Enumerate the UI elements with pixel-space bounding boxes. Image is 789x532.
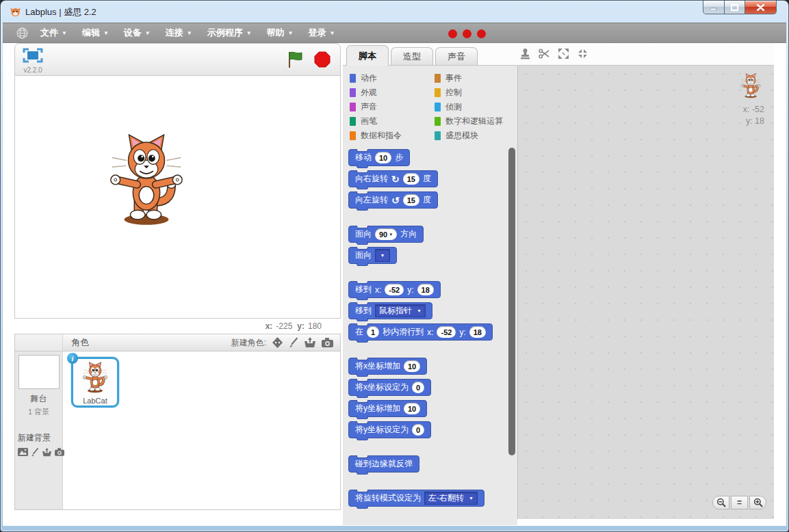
labcat-thumb-image (81, 361, 109, 393)
category-数据和指令[interactable]: 数据和指令 (350, 129, 402, 143)
palette-block[interactable]: 移动10步 (348, 149, 410, 166)
category-事件[interactable]: 事件 (435, 71, 503, 85)
dropdown-caret-icon: ▼ (330, 30, 335, 36)
maximize-button[interactable] (725, 1, 745, 14)
block-number-dropdown[interactable]: 90▼ (375, 228, 397, 240)
zoom-reset-button[interactable]: = (731, 496, 748, 509)
tab-脚本[interactable]: 脚本 (346, 45, 389, 66)
palette-block[interactable]: 面向90▼方向 (348, 226, 424, 243)
sprite-panel-header: 角色 新建角色: (14, 334, 341, 351)
block-select-dropdown[interactable]: ▼ (375, 249, 390, 262)
palette-block[interactable]: 将旋转模式设定为左-右翻转▼ (348, 490, 484, 507)
title-bar[interactable]: Labplus | 盛思 2.2 (1, 1, 788, 23)
palette-block[interactable]: 将y坐标设定为0 (348, 421, 431, 438)
menu-item-登录[interactable]: 登录▼ (301, 23, 343, 42)
palette-block[interactable]: 移到鼠标指针▼ (348, 302, 432, 319)
editor-tab-bar: 脚本造型声音 (343, 43, 774, 66)
sprite-name-label: LabCat (73, 397, 117, 405)
palette-block[interactable]: 将x坐标增加10 (348, 358, 427, 375)
tab-造型[interactable]: 造型 (391, 47, 433, 65)
zoom-out-button[interactable] (712, 496, 729, 509)
main-content: v2.2.0 x: -225 (3, 43, 786, 526)
category-数字和逻辑运算[interactable]: 数字和逻辑运算 (435, 114, 503, 129)
block-number-input[interactable]: 15 (403, 173, 419, 185)
upload-backdrop-icon[interactable] (42, 448, 52, 457)
block-text: 面向 (355, 228, 372, 240)
palette-block[interactable]: 向左旋转↺15度 (348, 191, 438, 209)
sprite-info-icon[interactable]: i (67, 353, 78, 364)
menu-item-连接[interactable]: 连接▼ (158, 23, 200, 42)
delete-scissors-icon[interactable] (539, 48, 550, 59)
camera-sprite-icon[interactable] (322, 338, 333, 347)
tab-声音[interactable]: 声音 (435, 47, 478, 65)
category-外观[interactable]: 外观 (350, 85, 402, 100)
block-number-input[interactable]: 10 (404, 360, 420, 372)
block-select-dropdown[interactable]: 鼠标指针▼ (375, 304, 426, 317)
version-label: v2.2.0 (21, 66, 44, 74)
palette-block[interactable]: 向右旋转↻15度 (348, 170, 438, 187)
grow-sprite-icon[interactable] (558, 48, 569, 59)
new-sprite-label: 新建角色: (231, 337, 266, 349)
palette-block[interactable]: 将y坐标增加10 (348, 400, 427, 417)
stage-sprite-labcat[interactable] (106, 132, 187, 226)
menu-item-label: 连接 (166, 27, 183, 39)
category-color-icon (350, 117, 356, 126)
palette-scrollbar[interactable] (508, 148, 515, 455)
palette-block[interactable]: 将x坐标设定为0 (348, 379, 431, 396)
block-number-input[interactable]: 18 (417, 284, 434, 295)
close-button[interactable] (745, 1, 777, 14)
paint-new-sprite-icon[interactable] (289, 337, 298, 348)
category-盛思模块[interactable]: 盛思模块 (435, 129, 503, 143)
green-flag-button[interactable] (287, 51, 305, 71)
stage-thumbnail[interactable] (18, 355, 60, 389)
menu-item-label: 编辑 (82, 27, 100, 39)
block-number-input[interactable]: -52 (437, 326, 456, 338)
minimize-button[interactable] (703, 1, 725, 14)
category-动作[interactable]: 动作 (350, 71, 402, 85)
sprite-y-readout: y: 18 (743, 116, 764, 127)
menu-bar: 文件▼编辑▼设备▼连接▼示例程序▼帮助▼登录▼ (3, 23, 786, 43)
status-dot-icon (463, 29, 471, 38)
category-label: 事件 (445, 72, 462, 84)
block-number-input[interactable]: 1 (367, 326, 379, 338)
backdrop-from-library-icon[interactable] (18, 448, 28, 457)
menu-item-帮助[interactable]: 帮助▼ (259, 23, 301, 42)
category-控制[interactable]: 控制 (435, 85, 503, 100)
dropdown-caret-icon: ▼ (246, 30, 252, 36)
menu-item-示例程序[interactable]: 示例程序▼ (200, 23, 259, 42)
block-number-input[interactable]: 15 (403, 194, 419, 206)
category-侦测[interactable]: 侦测 (435, 100, 503, 114)
block-number-input[interactable]: 18 (469, 326, 486, 338)
zoom-in-button[interactable] (749, 496, 766, 509)
block-number-input[interactable]: 0 (412, 424, 424, 436)
stop-button[interactable] (314, 51, 331, 70)
block-text: 将y坐标增加 (355, 403, 400, 414)
menu-item-编辑[interactable]: 编辑▼ (75, 23, 116, 42)
block-number-input[interactable]: 10 (404, 403, 420, 414)
sprite-thumbnail-labcat[interactable]: i LabCat (71, 357, 119, 408)
block-select-dropdown[interactable]: 左-右翻转▼ (424, 492, 478, 505)
dropdown-caret-icon: ▼ (469, 496, 474, 501)
stage-canvas[interactable] (14, 76, 341, 319)
menu-item-文件[interactable]: 文件▼ (33, 23, 75, 42)
new-sprite-from-library-icon[interactable] (272, 337, 283, 348)
block-text: 将旋转模式设定为 (355, 492, 421, 504)
block-number-input[interactable]: -52 (385, 284, 404, 295)
palette-block[interactable]: 碰到边缘就反弹 (348, 455, 419, 473)
palette-block[interactable]: 在1秒内滑行到x:-52y:18 (348, 323, 493, 341)
duplicate-stamp-icon[interactable] (519, 48, 531, 59)
category-画笔[interactable]: 画笔 (350, 114, 402, 129)
palette-block[interactable]: 面向▼ (348, 247, 397, 264)
paint-new-backdrop-icon[interactable] (31, 448, 39, 457)
category-声音[interactable]: 声音 (350, 100, 402, 114)
globe-language-icon[interactable] (16, 27, 28, 39)
scripts-area[interactable]: x: -52 y: 18 = (517, 66, 774, 519)
block-number-input[interactable]: 10 (375, 152, 391, 163)
palette-block[interactable]: 移到x:-52y:18 (348, 281, 441, 298)
block-number-input[interactable]: 0 (412, 382, 424, 393)
fullscreen-button[interactable]: v2.2.0 (21, 48, 44, 74)
upload-sprite-icon[interactable] (304, 337, 316, 348)
shrink-sprite-icon[interactable] (577, 48, 588, 59)
category-label: 画笔 (361, 116, 377, 127)
menu-item-设备[interactable]: 设备▼ (116, 23, 158, 42)
